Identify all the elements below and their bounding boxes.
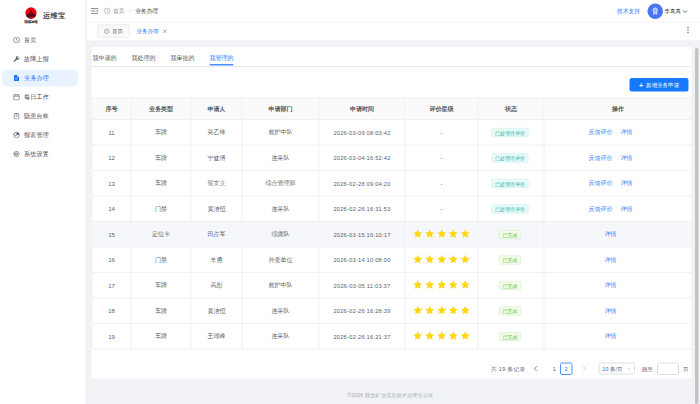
svg-text:陕煤运维: 陕煤运维 [25, 19, 39, 24]
